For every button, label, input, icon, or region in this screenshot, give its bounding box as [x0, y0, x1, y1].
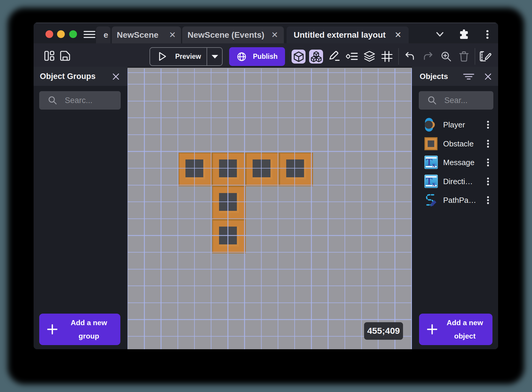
- svg-text:T: T: [426, 157, 432, 167]
- svg-text:T: T: [426, 176, 432, 186]
- svg-text:x: x: [432, 161, 435, 168]
- svg-text:x: x: [432, 180, 435, 187]
